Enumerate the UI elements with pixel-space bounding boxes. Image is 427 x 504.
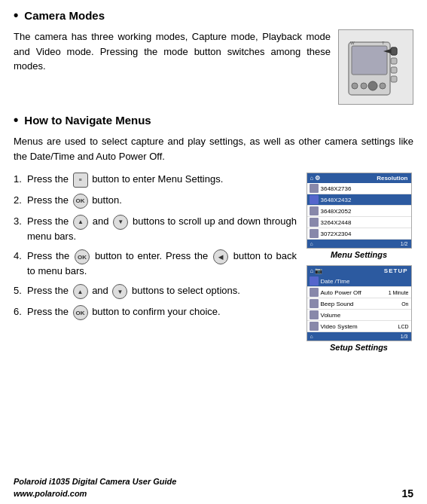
- nav-title: • How to Navigate Menus: [14, 112, 413, 128]
- camera-modes-label: Camera Modes: [24, 9, 105, 22]
- ok-icon: OK: [73, 194, 88, 209]
- setup-icon-2: [310, 299, 319, 308]
- setup-row-4: Video System LCD: [307, 321, 411, 332]
- res-icon-2: [310, 195, 319, 204]
- step-2: 2. Press the OK button.: [14, 194, 297, 209]
- setup-row-0: Date /Time: [307, 276, 411, 287]
- camera-illustration: W T: [340, 31, 412, 103]
- svg-point-13: [380, 83, 386, 89]
- up-icon: ▲: [73, 215, 88, 230]
- res-row-1: 3648X2736: [307, 183, 411, 194]
- down-icon: ▼: [113, 215, 128, 230]
- setup-panel: ⌂ 📷 SETUP Date /Time: [307, 265, 412, 341]
- setup-row-2: Beep Sound On: [307, 298, 411, 310]
- steps-container: 1. Press the ≡ button to enter Menu Sett…: [14, 173, 413, 352]
- res-icon-5: [310, 229, 319, 238]
- bullet-camera: •: [14, 8, 18, 23]
- resolution-footer: ⌂ 1/2: [307, 240, 411, 248]
- home-icon: ⌂: [310, 175, 314, 182]
- svg-point-12: [368, 81, 377, 90]
- resolution-title: Resolution: [377, 175, 407, 182]
- camera-modes-body: The camera has three working modes, Capt…: [14, 31, 331, 72]
- setup-footer: ⌂ 1/3: [307, 332, 411, 341]
- step4-num: 4.: [14, 249, 27, 263]
- screenshots-panel: ⌂ ⚙ Resolution 3648X2736 3648X24: [304, 173, 413, 352]
- setup-settings-wrapper: ⌂ 📷 SETUP Date /Time: [304, 265, 413, 352]
- step5-text: Press the ▲ and ▼ buttons to select opti…: [27, 284, 297, 299]
- svg-rect-3: [391, 58, 397, 64]
- setup-icon-4: [310, 322, 319, 331]
- res-icon-4: [310, 218, 319, 227]
- setup-label-3: Volume: [321, 312, 409, 319]
- bullet-nav: •: [14, 112, 18, 128]
- footer-home: ⌂: [310, 241, 313, 246]
- camera-modes-title: • Camera Modes: [14, 8, 413, 23]
- setup-value-2: On: [401, 301, 408, 307]
- up-icon2: ▲: [73, 284, 88, 299]
- res-row-5: 3072X2304: [307, 228, 411, 240]
- step6-num: 6.: [14, 305, 27, 319]
- res-text-5: 3072X2304: [321, 231, 409, 237]
- header-icons: ⌂ ⚙: [310, 175, 321, 182]
- setup-cam-icon: 📷: [315, 267, 322, 274]
- res-text-1: 3648X2736: [321, 185, 409, 192]
- camera-image: W T: [338, 29, 413, 105]
- nav-menus-label: How to Navigate Menus: [24, 114, 151, 127]
- setup-page: 1/3: [401, 334, 408, 339]
- resolution-page: 1/2: [401, 241, 408, 246]
- res-row-2: 3648X2432: [307, 194, 411, 206]
- setup-label-0: Date /Time: [321, 278, 409, 285]
- step1-num: 1.: [14, 173, 27, 186]
- settings-icon: ⚙: [315, 175, 320, 182]
- menu-settings-wrapper: ⌂ ⚙ Resolution 3648X2736 3648X24: [304, 173, 413, 259]
- svg-rect-5: [391, 76, 397, 82]
- res-text-4: 3264X2448: [321, 219, 409, 226]
- footer-left: Polaroid i1035 Digital Camera User Guide…: [14, 476, 176, 499]
- menu-icon: ≡: [73, 173, 88, 188]
- nav-description: Menus are used to select capture and pla…: [14, 134, 413, 163]
- step2-num: 2.: [14, 194, 27, 207]
- footer-website: www.polaroid.com: [14, 488, 176, 499]
- res-text-2: 3648X2432: [321, 197, 409, 203]
- res-row-3: 3648X2052: [307, 206, 411, 217]
- setup-footer-home: ⌂: [310, 334, 313, 339]
- back-icon: ◀: [213, 249, 228, 264]
- res-icon-3: [310, 206, 319, 215]
- resolution-panel: ⌂ ⚙ Resolution 3648X2736 3648X24: [307, 173, 412, 249]
- step-4: 4. Press the OK button to enter. Press t…: [14, 249, 297, 278]
- resolution-header: ⌂ ⚙ Resolution: [307, 173, 411, 183]
- setup-header-bar: ⌂ 📷 SETUP: [307, 266, 411, 276]
- setup-home-icon: ⌂: [310, 267, 314, 274]
- svg-text:T: T: [382, 41, 385, 45]
- step3-text: Press the ▲ and ▼ buttons to scroll up a…: [27, 215, 297, 243]
- step1-text: Press the ≡ button to enter Menu Setting…: [27, 173, 297, 188]
- setup-row-3: Volume: [307, 310, 411, 321]
- down-icon2: ▼: [112, 284, 127, 299]
- svg-text:W: W: [350, 41, 355, 45]
- page: • Camera Modes The camera has three work…: [0, 0, 427, 504]
- step-5: 5. Press the ▲ and ▼ buttons to select o…: [14, 284, 297, 299]
- setup-row-1: Auto Power Off 1 Minute: [307, 287, 411, 298]
- setup-value-4: LCD: [398, 324, 408, 329]
- footer-page-number: 15: [401, 487, 413, 499]
- setup-settings-caption: Setup Settings: [330, 343, 388, 352]
- res-text-3: 3648X2052: [321, 208, 409, 215]
- nav-section: • How to Navigate Menus Menus are used t…: [14, 112, 413, 352]
- setup-title: SETUP: [384, 267, 408, 274]
- setup-label-1: Auto Power Off: [321, 289, 389, 296]
- step2-text: Press the OK button.: [27, 194, 297, 209]
- res-row-4: 3264X2448: [307, 217, 411, 228]
- res-icon-1: [310, 184, 319, 193]
- step4-text: Press the OK button to enter. Press the …: [27, 249, 297, 278]
- setup-label-2: Beep Sound: [321, 301, 402, 307]
- svg-point-11: [361, 83, 367, 89]
- camera-modes-section: The camera has three working modes, Capt…: [14, 29, 413, 105]
- svg-rect-1: [352, 46, 387, 75]
- setup-header-icons: ⌂ 📷: [310, 267, 323, 274]
- svg-point-10: [352, 83, 358, 89]
- step-3: 3. Press the ▲ and ▼ buttons to scroll u…: [14, 215, 297, 243]
- step5-num: 5.: [14, 284, 27, 298]
- footer-product: Polaroid i1035 Digital Camera User Guide: [14, 476, 176, 487]
- camera-modes-text: The camera has three working modes, Capt…: [14, 29, 331, 105]
- setup-label-4: Video System: [321, 323, 398, 330]
